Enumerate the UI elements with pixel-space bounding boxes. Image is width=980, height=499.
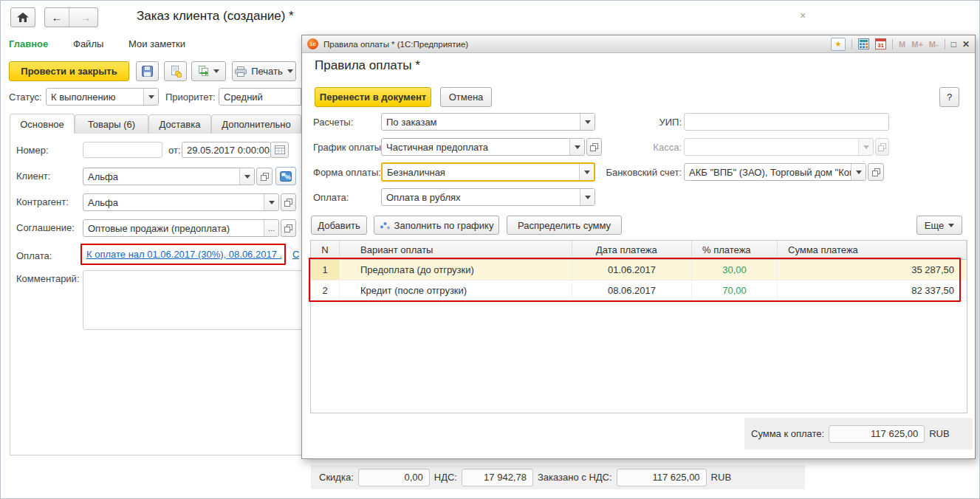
counterparty-value: Альфа	[83, 194, 264, 210]
priority-select[interactable]: Средний	[219, 88, 301, 106]
tab-goods[interactable]: Товары (6)	[75, 114, 148, 134]
counterparty-label: Контрагент:	[16, 196, 69, 207]
calculator-icon[interactable]	[858, 38, 869, 49]
tab-main[interactable]: Основное	[10, 114, 75, 134]
bank-account-value: АКБ "ВПБ" (ЗАО), Торговый дом "Ком	[685, 164, 851, 180]
close-icon: ✕	[962, 39, 970, 49]
print-button[interactable]: Печать	[232, 61, 296, 81]
kassa-dropdown-button	[858, 139, 873, 155]
comment-value	[83, 271, 301, 329]
percent-card-icon: %	[280, 171, 292, 182]
dialog-titlebar[interactable]: 1c Правила оплаты * (1С:Предприятие) ★ 3…	[302, 35, 975, 53]
sum-to-pay-field[interactable]: 117 625,00	[829, 425, 925, 443]
column-header-date[interactable]: Дата платежа	[572, 241, 692, 259]
home-button[interactable]	[10, 7, 35, 27]
table-row[interactable]: 2 Кредит (после отгрузки) 08.06.2017 70,…	[311, 281, 967, 301]
client-discounts-button[interactable]: %	[275, 167, 296, 185]
column-header-sum[interactable]: Сумма платежа	[778, 241, 967, 259]
client-select[interactable]: Альфа	[83, 168, 255, 185]
sum-to-pay-label: Сумма к оплате:	[751, 428, 824, 439]
dropdown-arrow-icon	[213, 69, 219, 73]
main-close-button[interactable]: ×	[800, 10, 806, 21]
1c-logo-icon: 1c	[307, 38, 318, 49]
dialog-oplata-label: Оплата:	[313, 192, 349, 203]
fill-by-schedule-button[interactable]: Заполнить по графику	[374, 216, 499, 235]
uip-input[interactable]	[684, 113, 889, 131]
status-select[interactable]: К выполнению	[46, 88, 159, 106]
post-document-button[interactable]	[164, 61, 187, 81]
forward-button[interactable]: →	[74, 8, 97, 27]
bank-account-open-button[interactable]	[868, 163, 884, 181]
help-button[interactable]: ?	[939, 87, 959, 107]
memory-recall-button[interactable]: M	[899, 40, 905, 49]
column-header-variant[interactable]: Вариант оплаты	[340, 241, 572, 259]
agreement-select[interactable]: Оптовые продажи (предоплата) ...	[83, 219, 279, 237]
dialog-maximize-button[interactable]: □	[951, 39, 956, 49]
client-open-button[interactable]	[256, 168, 273, 185]
status-dropdown-button[interactable]	[143, 89, 158, 105]
discount-label: Скидка:	[319, 472, 354, 483]
calendar-icon[interactable]: 31	[875, 38, 886, 49]
vat-field[interactable]: 17 942,78	[462, 469, 533, 486]
bank-account-dropdown-button[interactable]	[851, 164, 866, 180]
tab-additional[interactable]: Дополнительно	[211, 114, 301, 134]
transfer-to-document-button[interactable]: Перенести в документ	[315, 87, 431, 107]
save-button[interactable]	[136, 61, 159, 81]
column-header-percent[interactable]: % платежа	[692, 241, 778, 259]
dropdown-arrow-icon	[148, 95, 154, 99]
dialog-currency-label: RUB	[929, 428, 949, 439]
titlebar-divider	[945, 39, 945, 49]
dropdown-arrow-icon	[269, 201, 275, 204]
bank-account-select[interactable]: АКБ "ВПБ" (ЗАО), Торговый дом "Ком	[684, 163, 866, 181]
menu-item-files[interactable]: Файлы	[73, 38, 103, 49]
agreement-open-button[interactable]	[281, 219, 296, 237]
date-input[interactable]: 29.05.2017 0:00:00	[182, 142, 271, 158]
memory-plus-button[interactable]: M+	[911, 40, 923, 49]
forward-icon: →	[80, 11, 92, 24]
tab-delivery[interactable]: Доставка	[148, 114, 211, 134]
add-row-button[interactable]: Добавить	[311, 216, 367, 235]
date-calendar-button[interactable]	[270, 142, 289, 158]
dialog-oplata-select[interactable]: Оплата в рублях	[381, 188, 595, 206]
dropdown-arrow-icon	[856, 171, 862, 174]
counterparty-open-button[interactable]	[281, 193, 296, 211]
payment-label: Оплата:	[16, 250, 52, 261]
memory-minus-button[interactable]: M-	[929, 40, 939, 49]
create-based-on-button[interactable]	[191, 61, 226, 81]
agreement-choose-button[interactable]: ...	[264, 220, 278, 236]
comment-textarea[interactable]	[83, 270, 302, 330]
agreement-label: Соглашение:	[16, 222, 75, 233]
distribute-sum-button[interactable]: Распределить сумму	[507, 216, 622, 235]
more-button[interactable]: Еще	[916, 216, 962, 235]
counterparty-dropdown-button[interactable]	[264, 194, 278, 210]
number-input[interactable]	[83, 142, 162, 158]
cancel-button[interactable]: Отмена	[440, 87, 492, 107]
ellipsis-icon: ...	[268, 224, 275, 233]
agreement-value: Оптовые продажи (предоплата)	[83, 220, 264, 236]
printer-icon	[235, 66, 247, 77]
payment-terms-link[interactable]: К оплате нал 01.06.2017 (30%), 08.06.201…	[86, 249, 281, 260]
dialog-oplata-dropdown-button[interactable]	[580, 189, 594, 205]
cell-variant: Кредит (после отгрузки)	[340, 281, 572, 300]
post-and-close-button[interactable]: Провести и закрыть	[9, 61, 129, 81]
priority-label: Приоритет:	[165, 92, 216, 103]
dialog-title: Правила оплаты * (1С:Предприятие)	[323, 40, 826, 49]
comment-label: Комментарий:	[16, 273, 80, 284]
discount-field[interactable]: 0,00	[358, 469, 430, 486]
counterparty-select[interactable]: Альфа	[83, 193, 279, 211]
favorites-button[interactable]: ★	[831, 38, 846, 51]
payment-list-link[interactable]: С	[292, 249, 299, 260]
payments-table-header: N Вариант оплаты Дата платежа % платежа …	[311, 241, 967, 260]
client-value: Альфа	[83, 168, 239, 185]
column-header-n[interactable]: N	[311, 241, 340, 259]
dialog-close-button[interactable]: ✕	[962, 39, 970, 49]
cell-variant: Предоплата (до отгрузки)	[340, 260, 572, 280]
table-row[interactable]: 1 Предоплата (до отгрузки) 01.06.2017 30…	[311, 260, 967, 281]
cell-date: 01.06.2017	[572, 260, 692, 280]
ordered-with-vat-field[interactable]: 117 625,00	[617, 469, 707, 486]
menu-item-main[interactable]: Главное	[9, 38, 48, 49]
cell-sum: 35 287,50	[778, 260, 967, 280]
back-button[interactable]: ←	[45, 8, 69, 27]
client-dropdown-button[interactable]	[239, 168, 254, 185]
menu-item-notes[interactable]: Мои заметки	[129, 38, 185, 49]
